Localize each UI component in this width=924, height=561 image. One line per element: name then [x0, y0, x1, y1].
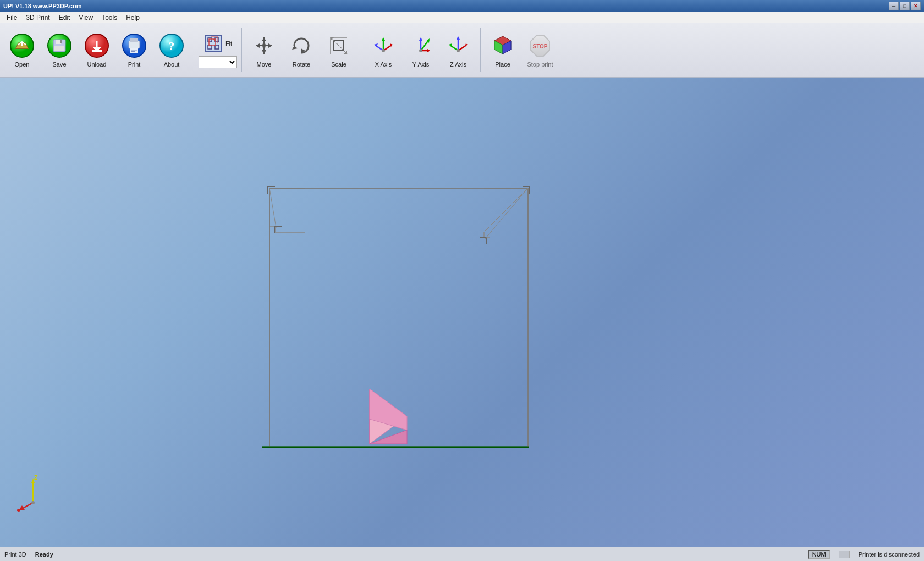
fit-button[interactable]: Fit [200, 32, 236, 55]
toolbar-separator-3 [361, 28, 361, 72]
scale-button[interactable]: Scale [321, 26, 356, 74]
unload-button[interactable]: Unload [79, 26, 114, 74]
yaxis-button[interactable]: Y Axis [403, 26, 438, 74]
status-right: NUM Printer is disconnected [809, 550, 920, 559]
num-indicator: NUM [809, 550, 830, 559]
open-label: Open [15, 61, 30, 68]
svg-rect-14 [131, 50, 137, 51]
print3d-label: Print 3D [4, 551, 26, 558]
stopprint-icon: STOP [527, 32, 553, 59]
unload-label: Unload [87, 61, 107, 68]
viewport[interactable]: Z [0, 78, 924, 547]
print-icon [121, 32, 147, 59]
move-label: Move [257, 61, 272, 68]
svg-line-72 [270, 188, 276, 228]
svg-point-47 [382, 49, 385, 52]
svg-line-73 [485, 188, 528, 239]
svg-marker-76 [370, 389, 407, 444]
menu-edit[interactable]: Edit [54, 13, 75, 23]
menu-tools[interactable]: Tools [97, 13, 122, 23]
viewport-svg [0, 78, 924, 547]
svg-marker-33 [292, 46, 298, 50]
about-icon: ? [158, 32, 185, 59]
menu-file[interactable]: File [2, 13, 21, 23]
print-label: Print [128, 61, 141, 68]
svg-text:STOP: STOP [532, 43, 547, 50]
move-icon [251, 32, 277, 59]
svg-rect-13 [130, 48, 138, 53]
title-bar: UP! V1.18 www.PP3DP.com ─ □ ✕ [0, 0, 924, 12]
place-button[interactable]: Place [485, 26, 520, 74]
maximize-button[interactable]: □ [900, 2, 910, 10]
caps-indicator [839, 551, 850, 558]
menu-bar: File 3D Print Edit View Tools Help [0, 12, 924, 23]
svg-rect-7 [54, 46, 64, 51]
svg-marker-42 [382, 37, 385, 41]
svg-point-84 [17, 509, 20, 512]
zaxis-icon [445, 32, 471, 59]
svg-rect-2 [21, 42, 23, 46]
rotate-label: Rotate [293, 61, 310, 68]
svg-rect-6 [61, 40, 62, 43]
stopprint-button[interactable]: STOP Stop print [522, 26, 558, 74]
scale-icon [326, 32, 352, 59]
minimize-button[interactable]: ─ [889, 2, 899, 10]
yaxis-label: Y Axis [413, 61, 429, 68]
status-bar: Print 3D Ready NUM Printer is disconnect… [0, 547, 924, 561]
menu-help[interactable]: Help [122, 13, 144, 23]
toolbar-separator-1 [194, 28, 194, 72]
svg-rect-12 [130, 38, 138, 42]
toolbar-separator-2 [241, 28, 242, 72]
svg-marker-77 [370, 389, 407, 430]
title-text: UP! V1.18 www.PP3DP.com [3, 3, 889, 9]
toolbar-separator-4 [480, 28, 481, 72]
svg-point-61 [457, 49, 460, 52]
menu-3dprint[interactable]: 3D Print [21, 13, 54, 23]
axis-indicator: Z [11, 470, 55, 514]
window-controls: ─ □ ✕ [889, 2, 921, 10]
svg-text:Z: Z [34, 475, 37, 481]
about-button[interactable]: ? About [154, 26, 189, 74]
xaxis-icon [370, 32, 397, 59]
svg-marker-53 [419, 37, 422, 41]
open-button[interactable]: Open [4, 26, 40, 74]
view-dropdown[interactable]: Front Back Top Bottom Left Right [199, 56, 237, 68]
scale-label: Scale [331, 61, 346, 68]
svg-rect-71 [276, 228, 482, 239]
svg-rect-1 [15, 48, 29, 49]
toolbar: Open Save Unload [0, 23, 924, 78]
xaxis-button[interactable]: X Axis [366, 26, 401, 74]
xaxis-label: X Axis [375, 61, 392, 68]
fit-label: Fit [226, 40, 232, 47]
svg-rect-9 [92, 50, 102, 52]
rotate-icon [288, 32, 315, 59]
save-button[interactable]: Save [42, 26, 77, 74]
svg-rect-11 [129, 41, 140, 48]
status-text: Ready [35, 551, 53, 558]
print-button[interactable]: Print [117, 26, 152, 74]
about-label: About [164, 61, 180, 68]
unload-icon [84, 32, 110, 59]
stopprint-label: Stop print [527, 61, 553, 68]
open-icon [9, 32, 35, 59]
svg-point-54 [419, 49, 422, 52]
svg-rect-70 [270, 188, 528, 447]
svg-marker-60 [457, 36, 460, 40]
save-label: Save [52, 61, 66, 68]
svg-rect-15 [131, 51, 135, 52]
yaxis-icon [408, 32, 434, 59]
menu-view[interactable]: View [74, 13, 97, 23]
zaxis-label: Z Axis [450, 61, 466, 68]
printer-status: Printer is disconnected [859, 551, 920, 558]
move-button[interactable]: Move [246, 26, 282, 74]
svg-rect-5 [56, 40, 61, 44]
svg-point-85 [31, 501, 35, 504]
svg-line-40 [331, 37, 347, 54]
svg-text:?: ? [169, 39, 175, 53]
close-button[interactable]: ✕ [911, 2, 921, 10]
place-label: Place [495, 61, 510, 68]
place-icon [490, 32, 516, 59]
zaxis-button[interactable]: Z Axis [441, 26, 476, 74]
svg-marker-51 [427, 49, 430, 52]
rotate-button[interactable]: Rotate [284, 26, 319, 74]
